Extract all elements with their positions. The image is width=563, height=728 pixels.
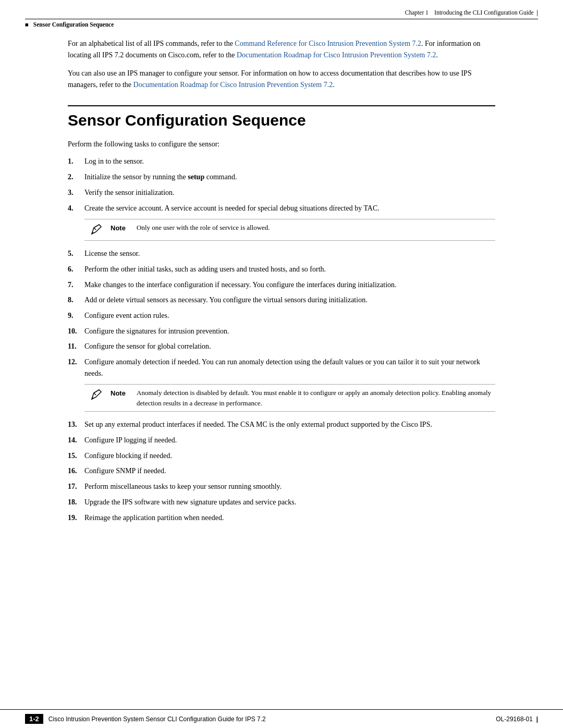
page-header: Chapter 1 Introducing the CLI Configurat… (0, 0, 563, 19)
list-num: 7. (68, 279, 84, 291)
note-text-2: Anomaly detection is disabled by default… (137, 388, 495, 408)
list-content: License the sensor. (84, 248, 495, 260)
list-content: Configure SNMP if needed. (84, 465, 495, 477)
list-item: 18. Upgrade the IPS software with new si… (68, 497, 495, 508)
intro-para-2: You can also use an IPS manager to confi… (68, 68, 495, 90)
note-box-1: Note Only one user with the role of serv… (84, 219, 495, 241)
list-item: 14. Configure IP logging if needed. (68, 435, 495, 446)
list-content: Create the service account. A service ac… (84, 203, 495, 214)
list-content: Add or delete virtual sensors as necessa… (84, 294, 495, 306)
note-pencil-icon-2 (87, 388, 105, 402)
list-content: Configure blocking if needed. (84, 450, 495, 462)
note-container-2: Note Anomaly detection is disabled by de… (84, 384, 495, 412)
list-item: 19. Reimage the application partition wh… (68, 512, 495, 524)
footer-left: 1-2 Cisco Intrusion Prevention System Se… (25, 714, 266, 724)
list-item: 10. Configure the signatures for intrusi… (68, 326, 495, 337)
intro-para-1: For an alphabetical list of all IPS comm… (68, 38, 495, 60)
list-content: Make changes to the interface configurat… (84, 279, 495, 291)
list-content: Verify the sensor initialization. (84, 187, 495, 199)
list-num: 3. (68, 187, 84, 199)
list-num: 8. (68, 294, 84, 306)
list-item: 17. Perform miscellaneous tasks to keep … (68, 481, 495, 492)
list-item: 15. Configure blocking if needed. (68, 450, 495, 462)
chapter-title: Introducing the CLI Configuration Guide (434, 9, 533, 16)
list-item: 7. Make changes to the interface configu… (68, 279, 495, 291)
list-num: 9. (68, 310, 84, 322)
list-content: Configure the sensor for global correlat… (84, 341, 495, 352)
list-content: Log in to the sensor. (84, 156, 495, 167)
list-content: Set up any external product interfaces i… (84, 419, 495, 430)
section-intro: Perform the following tasks to configure… (68, 139, 495, 150)
list-item: 8. Add or delete virtual sensors as nece… (68, 294, 495, 306)
header-right: Chapter 1 Introducing the CLI Configurat… (405, 9, 538, 16)
list-num: 13. (68, 419, 84, 430)
list-item: 1. Log in to the sensor. (68, 156, 495, 167)
note-label-2: Note (111, 388, 129, 399)
page: Chapter 1 Introducing the CLI Configurat… (0, 0, 563, 728)
main-content: For an alphabetical list of all IPS comm… (0, 28, 563, 709)
list-item: 13. Set up any external product interfac… (68, 419, 495, 430)
list-content: Perform the other initial tasks, such as… (84, 264, 495, 275)
list-content: Configure event action rules. (84, 310, 495, 322)
list-num: 1. (68, 156, 84, 167)
list-item: 12. Configure anomaly detection if neede… (68, 356, 495, 379)
list-item: 11. Configure the sensor for global corr… (68, 341, 495, 352)
list-num: 4. (68, 203, 84, 214)
list-content: Initialize the sensor by running the set… (84, 171, 495, 183)
steps-list: 1. Log in to the sensor. 2. Initialize t… (68, 156, 495, 523)
list-num: 16. (68, 465, 84, 477)
list-item: 4. Create the service account. A service… (68, 203, 495, 214)
page-number: 1-2 (25, 714, 43, 724)
footer-doc-num: OL-29168-01 | (496, 715, 538, 723)
note-pencil-icon (87, 223, 105, 237)
list-item: 16. Configure SNMP if needed. (68, 465, 495, 477)
list-content: Upgrade the IPS software with new signat… (84, 497, 495, 508)
list-item: 9. Configure event action rules. (68, 310, 495, 322)
note-text-1: Only one user with the role of service i… (137, 223, 495, 233)
link-command-reference[interactable]: Command Reference for Cisco Intrusion Pr… (235, 40, 421, 47)
list-num: 19. (68, 512, 84, 524)
list-num: 11. (68, 341, 84, 352)
list-content: Perform miscellaneous tasks to keep your… (84, 481, 495, 492)
list-content: Configure anomaly detection if needed. Y… (84, 356, 495, 379)
list-num: 10. (68, 326, 84, 337)
list-item: 3. Verify the sensor initialization. (68, 187, 495, 199)
list-content: Configure the signatures for intrusion p… (84, 326, 495, 337)
chapter-label: Chapter 1 (405, 9, 429, 16)
link-doc-roadmap-1[interactable]: Documentation Roadmap for Cisco Intrusio… (237, 51, 436, 59)
link-doc-roadmap-2[interactable]: Documentation Roadmap for Cisco Intrusio… (133, 81, 333, 89)
list-content: Reimage the application partition when n… (84, 512, 495, 524)
list-num: 14. (68, 435, 84, 446)
page-footer: 1-2 Cisco Intrusion Prevention System Se… (0, 709, 563, 728)
list-num: 6. (68, 264, 84, 275)
list-num: 17. (68, 481, 84, 492)
footer-doc-title: Cisco Intrusion Prevention System Sensor… (48, 715, 266, 723)
list-item: 5. License the sensor. (68, 248, 495, 260)
list-item: 2. Initialize the sensor by running the … (68, 171, 495, 183)
list-item: 6. Perform the other initial tasks, such… (68, 264, 495, 275)
note-label-1: Note (111, 223, 129, 233)
list-num: 18. (68, 497, 84, 508)
note-container-1: Note Only one user with the role of serv… (84, 219, 495, 241)
note-box-2: Note Anomaly detection is disabled by de… (84, 384, 495, 412)
list-content: Configure IP logging if needed. (84, 435, 495, 446)
list-num: 2. (68, 171, 84, 183)
list-num: 5. (68, 248, 84, 260)
section-heading: Sensor Configuration Sequence (68, 105, 495, 129)
breadcrumb: ■ Sensor Configuration Sequence (0, 19, 563, 28)
list-num: 15. (68, 450, 84, 462)
list-num: 12. (68, 356, 84, 368)
